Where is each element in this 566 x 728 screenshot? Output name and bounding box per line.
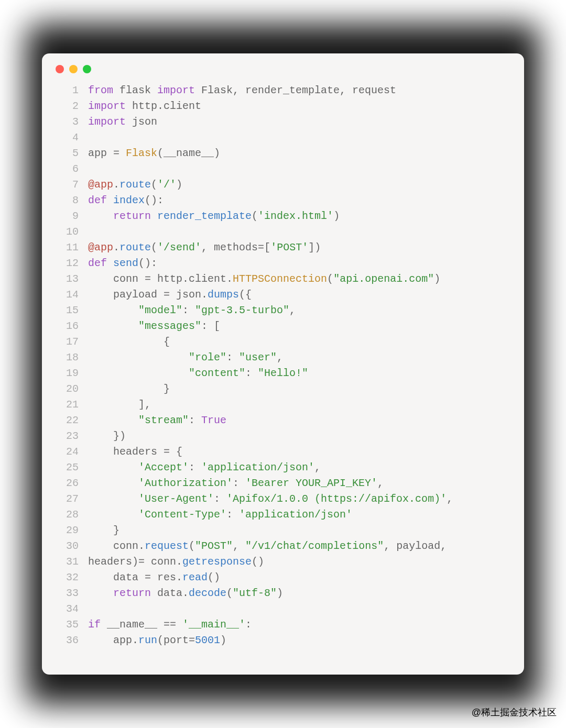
- line-content: conn.request("POST", "/v1/chat/completio…: [88, 538, 503, 554]
- code-line: 6: [42, 161, 503, 177]
- line-number: 4: [42, 130, 88, 146]
- line-content: "role": "user",: [88, 350, 503, 366]
- line-number: 5: [42, 146, 88, 161]
- line-number: 33: [42, 586, 88, 601]
- code-line: 34: [42, 601, 503, 617]
- code-line: 5app = Flask(__name__): [42, 146, 503, 161]
- code-line: 26 'Authorization': 'Bearer YOUR_API_KEY…: [42, 476, 503, 491]
- code-window: 1from flask import Flask, render_templat…: [42, 53, 524, 675]
- line-number: 7: [42, 177, 88, 193]
- line-number: 26: [42, 476, 88, 491]
- code-line: 33 return data.decode("utf-8"): [42, 586, 503, 601]
- code-line: 13 conn = http.client.HTTPSConnection("a…: [42, 271, 503, 287]
- line-content: app.run(port=5001): [88, 633, 503, 648]
- line-number: 24: [42, 444, 88, 460]
- line-number: 9: [42, 208, 88, 224]
- line-content: {: [88, 334, 503, 350]
- line-number: 34: [42, 601, 88, 617]
- line-content: data = res.read(): [88, 570, 503, 586]
- line-content: headers = {: [88, 444, 503, 460]
- code-line: 21 ],: [42, 397, 503, 413]
- line-number: 3: [42, 114, 88, 130]
- code-line: 24 headers = {: [42, 444, 503, 460]
- line-number: 15: [42, 303, 88, 318]
- line-content: @app.route('/send', methods=['POST']): [88, 240, 503, 256]
- code-line: 2import http.client: [42, 98, 503, 114]
- line-number: 35: [42, 617, 88, 633]
- line-content: @app.route('/'): [88, 177, 503, 193]
- line-content: 'Accept': 'application/json',: [88, 460, 503, 476]
- line-number: 19: [42, 366, 88, 381]
- line-number: 28: [42, 507, 88, 523]
- line-number: 2: [42, 98, 88, 114]
- line-number: 11: [42, 240, 88, 256]
- code-line: 7@app.route('/'): [42, 177, 503, 193]
- zoom-icon[interactable]: [83, 65, 91, 73]
- code-line: 19 "content": "Hello!": [42, 366, 503, 381]
- code-line: 30 conn.request("POST", "/v1/chat/comple…: [42, 538, 503, 554]
- line-number: 27: [42, 491, 88, 507]
- window-titlebar: [42, 53, 524, 78]
- line-content: import http.client: [88, 98, 503, 114]
- line-number: 18: [42, 350, 88, 366]
- line-number: 12: [42, 256, 88, 271]
- code-line: 10: [42, 224, 503, 240]
- line-content: ],: [88, 397, 503, 413]
- code-line: 15 "model": "gpt-3.5-turbo",: [42, 303, 503, 318]
- code-line: 3import json: [42, 114, 503, 130]
- line-number: 13: [42, 271, 88, 287]
- line-content: headers)= conn.getresponse(): [88, 554, 503, 570]
- line-number: 20: [42, 381, 88, 397]
- code-line: 16 "messages": [: [42, 318, 503, 334]
- code-line: 1from flask import Flask, render_templat…: [42, 83, 503, 98]
- line-content: import json: [88, 114, 503, 130]
- line-content: }): [88, 428, 503, 444]
- minimize-icon[interactable]: [69, 65, 78, 73]
- line-number: 22: [42, 413, 88, 428]
- line-number: 14: [42, 287, 88, 303]
- line-content: "messages": [: [88, 318, 503, 334]
- line-content: [88, 601, 503, 617]
- line-content: def send():: [88, 256, 503, 271]
- code-line: 29 }: [42, 523, 503, 538]
- line-number: 1: [42, 83, 88, 98]
- code-block: 1from flask import Flask, render_templat…: [42, 78, 524, 648]
- code-line: 25 'Accept': 'application/json',: [42, 460, 503, 476]
- code-line: 36 app.run(port=5001): [42, 633, 503, 648]
- code-line: 28 'Content-Type': 'application/json': [42, 507, 503, 523]
- line-content: if __name__ == '__main__':: [88, 617, 503, 633]
- line-number: 36: [42, 633, 88, 648]
- close-icon[interactable]: [56, 65, 64, 73]
- line-content: 'Authorization': 'Bearer YOUR_API_KEY',: [88, 476, 503, 491]
- code-line: 22 "stream": True: [42, 413, 503, 428]
- line-content: }: [88, 381, 503, 397]
- line-number: 16: [42, 318, 88, 334]
- line-content: "stream": True: [88, 413, 503, 428]
- line-content: [88, 161, 503, 177]
- line-content: 'User-Agent': 'Apifox/1.0.0 (https://api…: [88, 491, 503, 507]
- code-line: 14 payload = json.dumps({: [42, 287, 503, 303]
- code-line: 12def send():: [42, 256, 503, 271]
- line-content: 'Content-Type': 'application/json': [88, 507, 503, 523]
- line-content: "content": "Hello!": [88, 366, 503, 381]
- code-line: 27 'User-Agent': 'Apifox/1.0.0 (https://…: [42, 491, 503, 507]
- code-line: 8def index():: [42, 193, 503, 208]
- line-number: 29: [42, 523, 88, 538]
- line-number: 25: [42, 460, 88, 476]
- line-number: 10: [42, 224, 88, 240]
- line-number: 31: [42, 554, 88, 570]
- code-line: 18 "role": "user",: [42, 350, 503, 366]
- line-content: "model": "gpt-3.5-turbo",: [88, 303, 503, 318]
- line-number: 17: [42, 334, 88, 350]
- line-number: 21: [42, 397, 88, 413]
- code-line: 4: [42, 130, 503, 146]
- watermark: @稀土掘金技术社区: [472, 706, 557, 719]
- code-line: 11@app.route('/send', methods=['POST']): [42, 240, 503, 256]
- code-line: 35if __name__ == '__main__':: [42, 617, 503, 633]
- line-number: 6: [42, 161, 88, 177]
- line-number: 23: [42, 428, 88, 444]
- code-line: 9 return render_template('index.html'): [42, 208, 503, 224]
- code-line: 20 }: [42, 381, 503, 397]
- line-number: 32: [42, 570, 88, 586]
- line-content: conn = http.client.HTTPSConnection("api.…: [88, 271, 503, 287]
